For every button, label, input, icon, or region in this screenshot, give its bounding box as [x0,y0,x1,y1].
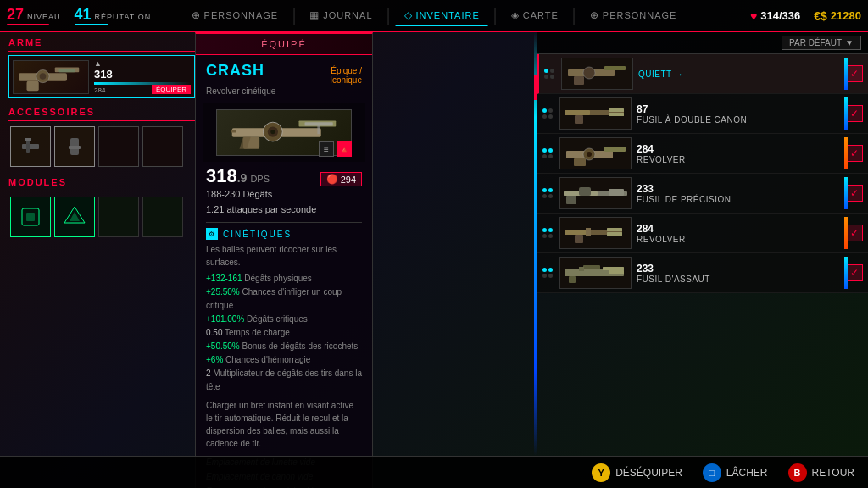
svg-rect-52 [603,267,624,270]
equip-panel-header: ÉQUIPÉ [196,34,372,55]
accessory-slot-3[interactable] [98,126,139,167]
sort-button[interactable]: PAR DÉFAUT ▼ [782,36,861,50]
item2-name: FUSIL À DOUBLE CANON [637,115,841,125]
iconic-label: Iconique [330,75,362,85]
equip-header-title: ÉQUIPÉ [206,39,362,49]
ammo-icon: 🔴 [326,174,338,185]
item5-dps: 284 [637,223,841,235]
module-slot-4[interactable] [142,197,183,237]
nav-personnage1[interactable]: ⊕ PERSONNAGE [183,6,287,26]
module-slot-1[interactable] [10,197,51,237]
item5-check[interactable]: ✓ [846,225,863,241]
item3-check[interactable]: ✓ [846,145,863,162]
health-value: 314/336 [760,9,800,22]
lacher-action[interactable]: □ Lâcher [703,463,768,482]
journal-icon: ▦ [309,9,320,21]
scope-icon [18,134,43,159]
attack-speed: 1.21 attaques par seconde [206,202,362,218]
item4-check[interactable]: ✓ [846,185,863,202]
equip-button[interactable]: ÉQUIPER [152,85,191,94]
svg-rect-5 [59,69,75,72]
modules-section: MODULES [8,172,195,239]
retour-key: B [788,463,807,482]
item4-img [559,177,632,209]
weapon-dps: 318 [94,68,191,80]
stat-7: 2 Multiplicateur de dégâts des tirs dans… [206,367,362,394]
stat-3: +101.00% Dégâts critiques [206,313,362,326]
cyan-separator-bar [534,32,537,456]
lacher-key-icon: □ [709,468,715,478]
svg-rect-46 [607,228,622,231]
nav-inventaire[interactable]: ◇ INVENTAIRE [396,6,488,26]
shotgun-svg [562,99,630,129]
inv-item-3[interactable]: 284 REVOLVER ✓ [537,134,868,174]
reputation-bar [75,24,108,25]
revolver2-svg [562,139,630,169]
svg-rect-48 [586,228,591,236]
svg-rect-40 [579,187,591,196]
niveau-stat: 27 NIVEAU [7,7,61,25]
hud-left: 27 NIVEAU 41 RÉPUTATION [7,7,151,25]
accessory-slot-2[interactable] [54,126,95,167]
niveau-value: 27 [7,7,24,22]
svg-rect-50 [583,265,600,269]
inv-item-6[interactable]: 233 FUSIL D'ASSAUT ✓ [537,253,868,293]
divider-1 [206,222,362,223]
inv-item-4[interactable]: 233 FUSIL DE PRÉCISION ✓ [537,174,868,214]
sniper-svg [562,179,630,208]
weapon-slot-active[interactable]: ▲ 318 284 ÉQUIPER [8,55,195,98]
inv-item-5[interactable]: 284 REVOLVER ✓ [537,214,868,253]
item1-check[interactable]: ✓ [846,65,863,82]
niveau-label: NIVEAU [27,13,61,21]
item1-ammo-bar [844,58,848,90]
assault-svg [562,258,630,288]
personnage1-icon: ⊕ [192,9,201,21]
item2-ammo-bar [844,97,848,130]
shotgun2-svg [562,219,630,248]
dps-label: DPS [250,174,270,184]
nav-personnage2[interactable]: ⊕ PERSONNAGE [581,6,686,26]
stat-2: +25.50% Chances d'infliger un coup criti… [206,286,362,313]
accessory-slot-1[interactable] [10,126,51,167]
item2-check[interactable]: ✓ [846,105,863,122]
inv-item-1[interactable]: QUIETT → ✓ [537,54,868,94]
damage-range: 188-230 Dégâts [206,187,362,202]
svg-rect-42 [566,196,576,204]
health-icon: ♥ [750,9,757,23]
scroll-pip [534,75,537,100]
item4-info: 233 FUSIL DE PRÉCISION [637,183,841,204]
sort-arrow-icon: ▼ [845,38,854,47]
desequiper-action[interactable]: Y Déséquiper [592,463,682,482]
accessory-slot-4[interactable] [142,126,183,167]
nav-sep2 [388,8,389,25]
equip-toggle-btn[interactable]: 🔺 [337,141,352,157]
inventory-panel: PAR DÉFAUT ▼ QUIETT → [537,32,868,454]
item1-name: QUIETT → [638,69,841,79]
module-slot-2[interactable] [54,197,95,237]
compare-btn[interactable]: ≡ [319,141,334,157]
inventory-list[interactable]: QUIETT → ✓ 87 [537,54,868,451]
svg-marker-14 [70,212,80,221]
inv-item-2[interactable]: 87 FUSIL À DOUBLE CANON ✓ [537,94,868,134]
lacher-label: Lâcher [726,467,768,479]
svg-rect-53 [609,270,624,274]
item4-name: FUSIL DE PRÉCISION [637,195,841,204]
nav-journal[interactable]: ▦ JOURNAL [301,6,381,26]
svg-rect-44 [565,230,588,235]
accessories-title: ACCESSOIRES [8,102,195,121]
weapon-img [13,60,89,94]
cinetics-title: ⚙ CINÉTIQUES [206,228,362,240]
inventory-header: PAR DÉFAUT ▼ [537,32,868,54]
retour-action[interactable]: B Retour [788,463,854,482]
svg-rect-8 [25,138,31,141]
item1-dots [544,69,554,79]
nav-carte[interactable]: ◈ CARTE [503,6,567,26]
sort-label: PAR DÉFAUT [789,38,842,47]
svg-point-35 [587,152,592,157]
weapon-image-area: ≡ 🔺 [203,103,365,162]
item6-check[interactable]: ✓ [846,264,863,281]
svg-rect-10 [69,146,81,149]
svg-point-25 [583,67,595,79]
module-slot-3[interactable] [98,197,139,237]
svg-rect-29 [565,110,590,115]
